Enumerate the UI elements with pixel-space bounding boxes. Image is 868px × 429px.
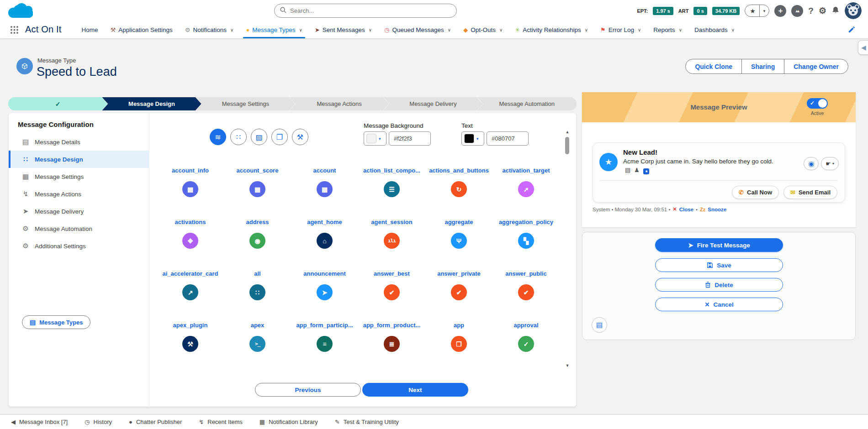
icon-option-agent-session[interactable]: agent_sessionılı: [358, 219, 425, 270]
scroll-up-icon[interactable]: ▲: [564, 130, 571, 134]
icon-option-account-info[interactable]: account_info▦: [157, 167, 224, 219]
library-book-button[interactable]: ▤: [592, 317, 607, 333]
tab-sent-messages[interactable]: ➤Sent Messages∨: [315, 21, 372, 38]
tab-message-types[interactable]: ●Message Types∨: [246, 21, 302, 38]
icon-option-agent-home[interactable]: agent_home⌂: [291, 219, 358, 270]
icon-option-answer-best[interactable]: answer_best✔: [358, 270, 425, 322]
path-step-message-automation[interactable]: Message Automation: [477, 97, 577, 110]
utility-test-training[interactable]: ✎Test & Training Utility: [335, 419, 399, 425]
preview-eye-button[interactable]: ◉: [804, 157, 819, 170]
copy-icon[interactable]: ❐: [271, 129, 288, 145]
chevron-down-icon[interactable]: ∨: [230, 27, 233, 32]
tab-dashboards[interactable]: Dashboards∨: [694, 21, 735, 38]
star-icon[interactable]: ★: [745, 7, 759, 15]
icon-option-account-score[interactable]: account_score▦: [224, 167, 291, 219]
chevron-down-icon[interactable]: ∨: [499, 27, 503, 32]
setup-gear-icon[interactable]: ⚙: [819, 5, 826, 16]
global-actions-plus-icon[interactable]: +: [774, 5, 786, 17]
icon-option-aggregate[interactable]: aggregateΨ: [425, 219, 492, 270]
edit-pencil-icon[interactable]: [848, 26, 855, 35]
utility-chatter-publisher[interactable]: ●Chatter Publisher: [129, 419, 182, 425]
fire-test-message-button[interactable]: ➤Fire Test Message: [655, 238, 783, 252]
send-email-button[interactable]: ✉Send Email: [783, 186, 837, 199]
path-step-message-actions[interactable]: Message Actions: [290, 97, 389, 110]
person-icon[interactable]: ♟: [634, 167, 640, 173]
icon-option-ai-accelerator-card[interactable]: ai_accelerator_card↗: [157, 270, 224, 322]
call-now-button[interactable]: ✆Call Now: [732, 186, 779, 199]
chevron-down-icon[interactable]: ∨: [679, 27, 682, 32]
favorites-button[interactable]: ★ ▾: [745, 5, 769, 17]
icon-option-account[interactable]: account▦: [291, 167, 358, 219]
tab-queued-messages[interactable]: ◷Queued Messages∨: [384, 21, 451, 38]
scroll-down-icon[interactable]: ▼: [564, 363, 571, 368]
icon-option-action-list-component[interactable]: action_list_compo...☰: [358, 167, 425, 219]
icon-option-actions-and-buttons[interactable]: actions_and_buttons↻: [425, 167, 492, 219]
sidebar-item-message-actions[interactable]: ↯Message Actions: [9, 185, 149, 203]
icon-grid-icon[interactable]: ∷: [230, 129, 247, 145]
icon-option-app-form-participant[interactable]: app_form_particip...≡: [291, 322, 358, 373]
icon-option-announcement[interactable]: announcement➤: [291, 270, 358, 322]
background-swatch-dropdown[interactable]: ▾: [364, 131, 386, 146]
active-toggle[interactable]: ✓: [807, 98, 828, 109]
utility-message-inbox[interactable]: ◀Message Inbox [7]: [11, 419, 68, 425]
icon-option-activations[interactable]: activations✥: [157, 219, 224, 270]
guidance-center-icon[interactable]: ▴▴: [791, 5, 803, 17]
search-input[interactable]: [290, 7, 451, 14]
global-search[interactable]: [274, 4, 457, 18]
icon-option-app-form-product[interactable]: app_form_product...≣: [358, 322, 425, 373]
cancel-button[interactable]: ✕Cancel: [655, 298, 783, 311]
chevron-down-icon[interactable]: ∨: [585, 27, 588, 32]
delete-button[interactable]: Delete: [655, 278, 783, 292]
snooze-link[interactable]: Snooze: [708, 207, 726, 212]
background-hex-input[interactable]: [389, 131, 431, 146]
clipboard-icon[interactable]: ▤: [625, 167, 630, 173]
notifications-bell-icon[interactable]: [831, 6, 840, 16]
image-icon[interactable]: ▨: [251, 129, 267, 145]
bookmark-icon[interactable]: ★: [643, 168, 649, 174]
user-avatar[interactable]: [845, 2, 862, 19]
tab-application-settings[interactable]: ⚒Application Settings: [111, 21, 173, 38]
sharing-button[interactable]: Sharing: [742, 59, 784, 73]
path-step-message-design[interactable]: Message Design: [102, 97, 201, 110]
previous-button[interactable]: Previous: [255, 383, 361, 397]
tab-reports[interactable]: Reports∨: [653, 21, 682, 38]
text-swatch-dropdown[interactable]: ▾: [461, 131, 484, 146]
tab-notifications[interactable]: ⚙Notifications∨: [185, 21, 234, 38]
icon-option-answer-public[interactable]: answer_public✔: [492, 270, 560, 322]
save-button[interactable]: Save: [655, 258, 783, 272]
sidebar-item-message-automation[interactable]: ⚙Message Automation: [9, 220, 149, 237]
tab-error-log[interactable]: ⚑Error Log∨: [600, 21, 641, 38]
tab-opt-outs[interactable]: ◆Opt-Outs∨: [463, 21, 503, 38]
path-step-message-settings[interactable]: Message Settings: [196, 97, 295, 110]
sidebar-item-message-details[interactable]: ▤Message Details: [9, 133, 149, 151]
icon-option-all[interactable]: all∷: [224, 270, 291, 322]
change-owner-button[interactable]: Change Owner: [784, 59, 848, 73]
layers-icon[interactable]: ≋: [210, 129, 226, 145]
preview-pointer-button[interactable]: ☛▾: [821, 157, 839, 170]
chevron-down-icon[interactable]: ∨: [299, 27, 302, 32]
icon-option-answer-private[interactable]: answer_private✔: [425, 270, 492, 322]
icon-option-apex-plugin[interactable]: apex_plugin⚒: [157, 322, 224, 373]
icon-option-aggregation-policy[interactable]: aggregation_policy▚: [492, 219, 560, 270]
icon-option-activation-target[interactable]: activation_target➚: [492, 167, 560, 219]
help-icon[interactable]: ?: [808, 6, 814, 16]
sidebar-item-additional-settings[interactable]: ⚙Additional Settings: [9, 237, 149, 255]
utility-history[interactable]: ◷History: [85, 419, 112, 425]
scrollbar-thumb[interactable]: [565, 137, 569, 154]
chevron-down-icon[interactable]: ∨: [369, 27, 372, 32]
sidebar-item-message-delivery[interactable]: ➤Message Delivery: [9, 203, 149, 220]
utility-recent-items[interactable]: ↯Recent Items: [199, 419, 243, 425]
quick-clone-button[interactable]: Quick Clone: [686, 59, 741, 73]
next-button[interactable]: Next: [362, 383, 468, 397]
chevron-down-icon[interactable]: ∨: [638, 27, 641, 32]
icon-option-app[interactable]: app❐: [425, 322, 492, 373]
favorites-caret-icon[interactable]: ▾: [760, 9, 769, 13]
wrench-icon[interactable]: ⚒: [292, 129, 308, 145]
icon-option-address[interactable]: address◉: [224, 219, 291, 270]
icon-option-approval[interactable]: approval✓: [492, 322, 560, 373]
text-hex-input[interactable]: [487, 131, 529, 146]
close-link[interactable]: Close: [679, 207, 693, 212]
path-step-complete[interactable]: ✓: [8, 97, 107, 110]
path-step-message-delivery[interactable]: Message Delivery: [383, 97, 482, 110]
chevron-down-icon[interactable]: ∨: [731, 27, 735, 32]
